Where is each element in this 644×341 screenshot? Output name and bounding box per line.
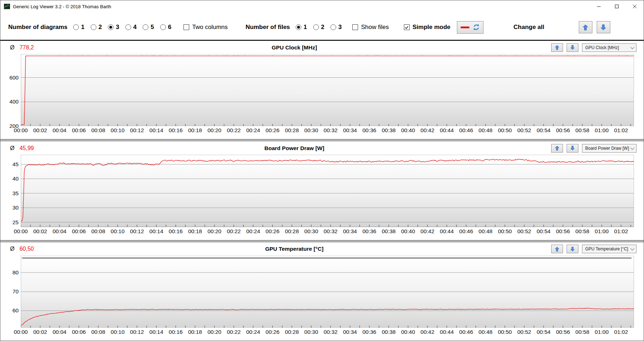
plot-row: 2530354045 <box>0 155 644 227</box>
radio-label: 5 <box>151 24 154 31</box>
simple-mode-checkbox[interactable]: Simple mode <box>404 24 450 31</box>
x-tick-label: 00:28 <box>285 329 299 335</box>
radio-label: 1 <box>81 24 84 31</box>
x-tick-label: 00:32 <box>324 127 338 134</box>
chart-header: Ø 60,50 GPU Temperature [°C] GPU Tempera… <box>0 242 644 256</box>
metric-dropdown[interactable]: Board Power Draw [W] <box>582 144 636 153</box>
move-chart-down-button[interactable] <box>567 43 578 52</box>
x-tick-label: 00:00 <box>14 329 28 335</box>
x-tick-label: 01:00 <box>595 329 609 335</box>
x-tick-label: 00:38 <box>382 228 396 235</box>
x-tick-label: 00:40 <box>401 127 415 134</box>
radio-files-1[interactable]: 1 <box>296 24 307 31</box>
x-tick-label: 00:12 <box>130 127 144 134</box>
panel-splitter[interactable] <box>0 240 644 242</box>
radio-diagrams-2[interactable]: 2 <box>91 24 102 31</box>
plot-background <box>21 155 634 227</box>
average-value: 45,99 <box>19 145 34 152</box>
x-tick-label: 00:16 <box>169 329 183 335</box>
x-tick-label: 00:16 <box>169 127 183 134</box>
x-tick-label: 00:20 <box>207 329 221 335</box>
x-tick-label: 00:24 <box>246 329 260 335</box>
show-files-checkbox[interactable]: Show files <box>352 24 388 31</box>
x-tick-label: 00:46 <box>459 127 473 134</box>
radio-diagrams-5[interactable]: 5 <box>143 24 154 31</box>
radio-label: 2 <box>99 24 102 31</box>
radio-diagrams-6[interactable]: 6 <box>160 24 171 31</box>
x-tick-label: 00:34 <box>343 127 357 134</box>
diagram-count-radios: 123456 <box>73 24 171 31</box>
x-tick-label: 00:48 <box>478 127 492 134</box>
x-tick-label: 00:30 <box>304 127 318 134</box>
check-icon <box>404 25 409 30</box>
show-files-label: Show files <box>361 24 388 31</box>
x-tick-label: 00:38 <box>382 127 396 134</box>
panel-splitter[interactable] <box>0 139 644 141</box>
chart-header: Ø 778,2 GPU Clock [MHz] GPU Clock [MHz] <box>0 41 644 54</box>
x-tick-label: 00:26 <box>266 228 280 235</box>
x-tick-label: 00:42 <box>420 228 434 235</box>
x-tick-label: 00:08 <box>91 329 105 335</box>
arrow-up-icon <box>554 45 560 50</box>
metric-dropdown[interactable]: GPU Temperature [°C] <box>582 245 636 253</box>
x-axis: 00:0000:0200:0400:0600:0800:1000:1200:14… <box>21 329 634 338</box>
average-readout: Ø 778,2 <box>0 44 34 51</box>
metric-dropdown-value: Board Power Draw [W] <box>585 146 629 151</box>
x-tick-label: 00:46 <box>459 228 473 235</box>
radio-diagrams-3[interactable]: 3 <box>108 24 119 31</box>
average-symbol: Ø <box>10 44 14 51</box>
change-all-up-button[interactable] <box>579 21 592 33</box>
chart-panel-board-power: Ø 45,99 Board Power Draw [W] Board Power… <box>0 141 644 240</box>
radio-diagrams-1[interactable]: 1 <box>73 24 84 31</box>
y-tick-label: 45 <box>13 161 19 168</box>
radio-files-3[interactable]: 3 <box>330 24 342 31</box>
y-tick-label: 600 <box>9 75 19 81</box>
radio-files-2[interactable]: 2 <box>313 24 324 31</box>
arrow-down-icon <box>570 145 575 151</box>
radio-circle <box>143 24 148 30</box>
x-tick-label: 00:22 <box>227 228 241 235</box>
plot-row: 200400600 <box>0 54 644 126</box>
chart-controls: Board Power Draw [W] <box>551 144 644 153</box>
radio-label: 6 <box>168 24 171 31</box>
move-chart-up-button[interactable] <box>551 144 563 153</box>
average-symbol: Ø <box>10 246 14 252</box>
x-tick-label: 01:02 <box>614 329 628 335</box>
radio-label: 2 <box>321 24 324 31</box>
radio-diagrams-4[interactable]: 4 <box>125 24 137 31</box>
move-chart-up-button[interactable] <box>551 43 563 52</box>
y-tick-label: 60 <box>13 307 19 314</box>
x-tick-label: 00:26 <box>266 329 280 335</box>
close-button[interactable] <box>626 0 644 13</box>
x-tick-label: 00:34 <box>343 329 357 335</box>
metric-dropdown[interactable]: GPU Clock [MHz] <box>582 43 636 52</box>
checkbox-box <box>352 24 358 30</box>
two-columns-checkbox[interactable]: Two columns <box>183 24 228 31</box>
x-tick-label: 00:36 <box>362 329 376 335</box>
minimize-button[interactable] <box>590 0 608 13</box>
chart-controls: GPU Temperature [°C] <box>551 245 644 253</box>
move-chart-down-button[interactable] <box>567 144 578 153</box>
x-tick-label: 00:40 <box>401 329 415 335</box>
x-tick-label: 00:52 <box>517 329 531 335</box>
arrow-up-icon <box>554 246 560 252</box>
x-tick-label: 00:16 <box>169 228 183 235</box>
minimize-icon <box>597 4 601 9</box>
x-tick-label: 00:40 <box>401 228 415 235</box>
x-tick-label: 00:12 <box>130 329 144 335</box>
radio-circle <box>330 24 336 30</box>
move-chart-up-button[interactable] <box>551 245 563 253</box>
change-all-down-button[interactable] <box>597 21 610 33</box>
move-chart-down-button[interactable] <box>567 245 578 253</box>
metric-dropdown-value: GPU Clock [MHz] <box>585 45 619 50</box>
maximize-button[interactable] <box>608 0 626 13</box>
average-symbol: Ø <box>10 145 14 152</box>
chart-panel-gpu-temperature: Ø 60,50 GPU Temperature [°C] GPU Tempera… <box>0 242 644 341</box>
x-tick-label: 01:02 <box>614 127 628 134</box>
x-tick-label: 00:56 <box>556 329 570 335</box>
plot-area <box>21 256 634 328</box>
x-tick-label: 00:04 <box>53 329 67 335</box>
line-color-refresh-button[interactable] <box>457 21 483 34</box>
radio-label: 4 <box>133 24 137 31</box>
files-label: Number of files <box>245 24 290 31</box>
